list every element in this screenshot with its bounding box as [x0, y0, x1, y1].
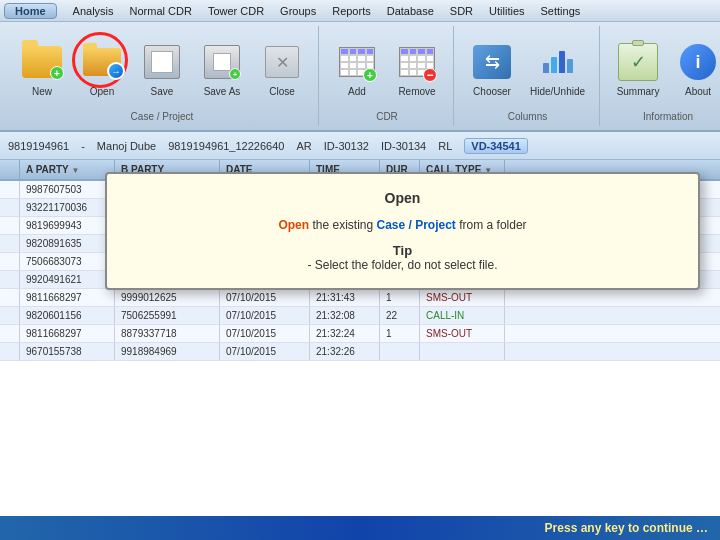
row-check — [0, 343, 20, 360]
cell-time: 21:32:24 — [310, 325, 380, 342]
cell-aparty: 9987607503 — [20, 181, 115, 198]
chooser-arrows-icon: ⇆ — [473, 45, 511, 79]
save-as-label: Save As — [204, 86, 241, 97]
about-button[interactable]: i About — [670, 37, 720, 100]
row-check — [0, 181, 20, 198]
close-button[interactable]: ✕ Close — [254, 37, 310, 100]
case-project-buttons: + New → Open — [14, 30, 310, 107]
record-id3: ID-30134 — [381, 140, 426, 152]
tooltip-case-project: Case / Project — [376, 218, 455, 232]
cell-aparty: 9670155738 — [20, 343, 115, 360]
chooser-button[interactable]: ⇆ Chooser — [464, 37, 520, 100]
cell-bparty: 9999012625 — [115, 289, 220, 306]
table-row[interactable]: 9670155738991898496907/10/201521:32:26 — [0, 343, 720, 361]
table-row[interactable]: 9811668297887933771807/10/201521:32:241S… — [0, 325, 720, 343]
menu-normal-cdr[interactable]: Normal CDR — [122, 3, 200, 19]
menu-settings[interactable]: Settings — [533, 3, 589, 19]
new-button[interactable]: + New — [14, 37, 70, 100]
open-button[interactable]: → Open — [74, 37, 130, 100]
menu-tower-cdr[interactable]: Tower CDR — [200, 3, 272, 19]
record-name: Manoj Dube — [97, 140, 156, 152]
table-row[interactable]: 9811668297999901262507/10/201521:31:431S… — [0, 289, 720, 307]
main-content: A PARTY ▼ B PARTY DATE TIME DUR CALL TYP… — [0, 160, 720, 540]
press-any-key-bar: Press any key to continue … — [0, 516, 720, 540]
remove-cdr-button[interactable]: − Remove — [389, 37, 445, 100]
menubar: Home Analysis Normal CDR Tower CDR Group… — [0, 0, 720, 22]
add-cdr-button[interactable]: + Add — [329, 37, 385, 100]
info-circle-icon: i — [680, 44, 716, 80]
summary-button[interactable]: ✓ Summary — [610, 37, 666, 100]
menu-sdr[interactable]: SDR — [442, 3, 481, 19]
row-check — [0, 253, 20, 270]
row-check — [0, 199, 20, 216]
cell-calltype — [420, 343, 505, 360]
record-id1: 9819194961_12226640 — [168, 140, 284, 152]
sort-arrow-aparty: ▼ — [71, 166, 79, 175]
close-icon: ✕ — [260, 40, 304, 84]
cell-aparty: 93221170036 — [20, 199, 115, 216]
chooser-icon: ⇆ — [470, 40, 514, 84]
cell-duration — [380, 343, 420, 360]
record-id2: ID-30132 — [324, 140, 369, 152]
open-arrow-badge: → — [107, 62, 125, 80]
record-id4: VD-34541 — [464, 138, 528, 154]
cell-aparty: 9811668297 — [20, 289, 115, 306]
cell-aparty: 9820891635 — [20, 235, 115, 252]
home-button[interactable]: Home — [4, 3, 57, 19]
clipboard-clip — [632, 40, 644, 46]
menu-analysis[interactable]: Analysis — [65, 3, 122, 19]
bar4 — [567, 59, 573, 73]
bar3 — [559, 51, 565, 73]
tooltip-box: Open Open the existing Case / Project fr… — [105, 172, 700, 290]
menu-groups[interactable]: Groups — [272, 3, 324, 19]
tooltip-title: Open — [127, 190, 678, 206]
menu-reports[interactable]: Reports — [324, 3, 379, 19]
press-key-text: Press any key to continue … — [545, 521, 708, 535]
hide-unhide-button[interactable]: Hide/Unhide — [524, 37, 591, 100]
save-button[interactable]: Save — [134, 37, 190, 100]
columns-buttons: ⇆ Chooser Hide/Unhide — [464, 30, 591, 107]
cell-aparty: 7506683073 — [20, 253, 115, 270]
open-label: Open — [90, 86, 114, 97]
cell-bparty: 9918984969 — [115, 343, 220, 360]
bar1 — [543, 63, 549, 73]
save-as-disk-icon: + — [204, 45, 240, 79]
open-icon: → — [80, 40, 124, 84]
new-label: New — [32, 86, 52, 97]
cell-time: 21:31:43 — [310, 289, 380, 306]
save-as-disk-label — [213, 53, 231, 71]
cell-bparty: 8879337718 — [115, 325, 220, 342]
save-disk-label — [151, 51, 173, 73]
case-project-label: Case / Project — [131, 107, 194, 122]
row-check — [0, 271, 20, 288]
remove-minus-badge: − — [423, 68, 437, 82]
toolbar-group-information: ✓ Summary i About Information — [602, 26, 720, 126]
remove-label: Remove — [398, 86, 435, 97]
cell-time: 21:32:08 — [310, 307, 380, 324]
about-icon: i — [676, 40, 720, 84]
cell-aparty: 9820601156 — [20, 307, 115, 324]
summary-clipboard-icon: ✓ — [618, 43, 658, 81]
save-icon — [140, 40, 184, 84]
row-check — [0, 235, 20, 252]
table-row[interactable]: 9820601156750625599107/10/201521:32:0822… — [0, 307, 720, 325]
toolbar: + New → Open — [0, 22, 720, 132]
toolbar-group-case-project: + New → Open — [6, 26, 319, 126]
folder-new-icon: + — [22, 46, 62, 78]
save-disk-icon — [144, 45, 180, 79]
tooltip-open-word: Open — [278, 218, 309, 232]
add-plus-badge: + — [363, 68, 377, 82]
toolbar-group-columns: ⇆ Chooser Hide/Unhide Columns — [456, 26, 600, 126]
col-header-aparty[interactable]: A PARTY ▼ — [20, 160, 115, 179]
toolbar-group-cdr: + Add − Remove CDR — [321, 26, 454, 126]
col-header-check — [0, 160, 20, 179]
add-cdr-icon: + — [335, 40, 379, 84]
chooser-label: Chooser — [473, 86, 511, 97]
save-as-button[interactable]: + Save As — [194, 37, 250, 100]
tooltip-body: Open the existing Case / Project from a … — [127, 216, 678, 235]
menu-utilities[interactable]: Utilities — [481, 3, 532, 19]
hide-unhide-label: Hide/Unhide — [530, 86, 585, 97]
menu-database[interactable]: Database — [379, 3, 442, 19]
save-as-icon: + — [200, 40, 244, 84]
information-buttons: ✓ Summary i About — [610, 30, 720, 107]
